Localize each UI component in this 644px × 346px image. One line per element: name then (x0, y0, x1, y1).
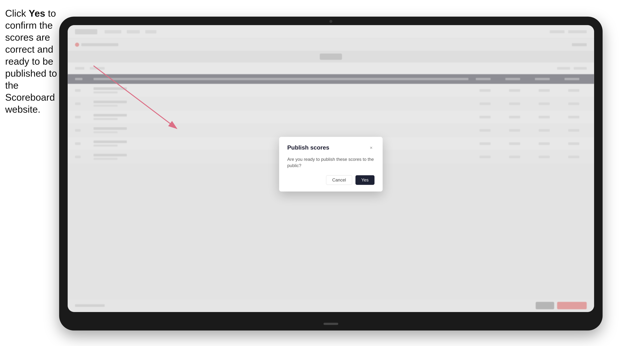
tablet-device: Publish scores × Are you ready to publis… (59, 17, 602, 331)
dialog-footer: Cancel Yes (287, 175, 374, 185)
instruction-text: Click Yes to confirm the scores are corr… (5, 7, 59, 115)
tablet-home-bar (324, 323, 338, 325)
publish-scores-dialog[interactable]: Publish scores × Are you ready to publis… (279, 137, 383, 191)
instruction-bold: Yes (29, 8, 45, 19)
dialog-body: Are you ready to publish these scores to… (287, 156, 374, 169)
dialog-header: Publish scores × (287, 144, 374, 151)
tablet-camera (330, 20, 332, 23)
app-screen: Publish scores × Are you ready to publis… (68, 25, 594, 312)
yes-button[interactable]: Yes (356, 175, 374, 185)
tablet-screen: Publish scores × Are you ready to publis… (68, 25, 594, 312)
dialog-close-button[interactable]: × (368, 144, 374, 151)
dialog-title: Publish scores (287, 144, 330, 151)
cancel-button[interactable]: Cancel (326, 175, 352, 185)
